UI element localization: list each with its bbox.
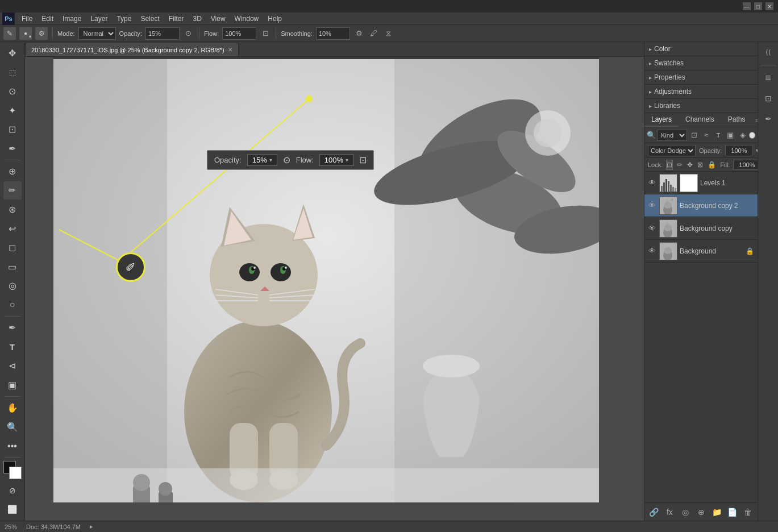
more-tools[interactable]: ••• bbox=[3, 437, 22, 455]
canvas-container[interactable]: Opacity: 15% ▾ ⊙ Flow: 100% ▾ ⊡ ✏ bbox=[53, 59, 599, 502]
history-tool[interactable]: ↩ bbox=[3, 219, 22, 238]
wand-tool[interactable]: ✦ bbox=[3, 102, 22, 120]
heal-tool[interactable]: ⊕ bbox=[3, 163, 22, 181]
right-icon-strip: ⟨⟨ ≡ ⊡ ✒ bbox=[758, 42, 778, 521]
opacity-input[interactable] bbox=[145, 27, 180, 40]
layers-kind-select[interactable]: Kind bbox=[657, 130, 687, 141]
menu-type[interactable]: Type bbox=[112, 14, 136, 24]
smart-filter-btn[interactable]: ◈ bbox=[737, 129, 748, 142]
lock-all-btn[interactable]: 🔒 bbox=[707, 160, 717, 170]
layer-item-bg[interactable]: 👁 Background 🔒 bbox=[644, 240, 758, 263]
layers-icon-btn[interactable]: ≡ bbox=[760, 70, 776, 86]
clone-tool[interactable]: ⊛ bbox=[3, 201, 22, 219]
document-tab[interactable]: 20180330_172737171_iOS.jpg @ 25% (Backgr… bbox=[25, 43, 239, 56]
new-adj-layer-btn[interactable]: ⊕ bbox=[695, 506, 708, 518]
smoothing-settings-icon[interactable]: ⚙ bbox=[353, 28, 365, 39]
flow-icon[interactable]: ⊡ bbox=[260, 28, 271, 39]
menu-window[interactable]: Window bbox=[230, 14, 264, 24]
link-layers-btn[interactable]: 🔗 bbox=[648, 506, 660, 518]
zoom-tool[interactable]: 🔍 bbox=[3, 418, 22, 436]
options-bar: ✎ ● ▾ ⚙ Mode: Normal Opacity: ⊙ Flow: ⊡ … bbox=[0, 25, 778, 42]
collapse-panels-btn[interactable]: ⟨⟨ bbox=[760, 44, 776, 60]
background-color[interactable] bbox=[9, 467, 22, 479]
lock-move-btn[interactable]: ✥ bbox=[687, 160, 693, 170]
delete-layer-btn[interactable]: 🗑 bbox=[742, 506, 754, 518]
layer-item-bgcopy2[interactable]: 👁 Background copy 2 bbox=[644, 194, 758, 217]
smoothing-input[interactable] bbox=[316, 27, 350, 40]
lasso-tool[interactable]: ⊙ bbox=[3, 82, 22, 101]
marquee-tool[interactable]: ⬚ bbox=[3, 64, 22, 82]
shape-filter-btn[interactable]: ▣ bbox=[725, 129, 736, 142]
menu-view[interactable]: View bbox=[206, 14, 230, 24]
tab-layers[interactable]: Layers bbox=[644, 113, 679, 127]
new-layer-btn[interactable]: 📄 bbox=[726, 506, 739, 518]
dodge-tool[interactable]: ○ bbox=[3, 296, 22, 314]
pressure-icon[interactable]: 🖊 bbox=[368, 28, 380, 39]
channels-icon-btn[interactable]: ⊡ bbox=[760, 90, 776, 106]
add-style-btn[interactable]: fx bbox=[664, 506, 676, 518]
canvas-area[interactable]: 20180330_172737171_iOS.jpg @ 25% (Backgr… bbox=[25, 42, 644, 521]
layers-panel: Layers Channels Paths ⇉ ☰ 🔍 Kind ⊡ ≈ bbox=[644, 113, 758, 521]
properties-panel-header[interactable]: ▸ Properties bbox=[644, 70, 758, 84]
move-tool[interactable]: ✥ bbox=[3, 44, 22, 63]
opacity-value-input[interactable] bbox=[725, 145, 752, 156]
tab-channels[interactable]: Channels bbox=[679, 113, 721, 127]
paths-icon-btn[interactable]: ✒ bbox=[760, 111, 776, 127]
brush-tool[interactable]: ✏ bbox=[3, 181, 22, 200]
layer-visibility-bgcopy2[interactable]: 👁 bbox=[647, 201, 657, 211]
blur-tool[interactable]: ◎ bbox=[3, 277, 22, 295]
new-group-btn[interactable]: 📁 bbox=[710, 506, 723, 518]
pen-tool[interactable]: ✒ bbox=[3, 319, 22, 337]
libraries-panel-header[interactable]: ▸ Libraries bbox=[644, 99, 758, 113]
adjustments-panel-header[interactable]: ▸ Adjustments bbox=[644, 85, 758, 98]
filter-toggle[interactable] bbox=[749, 132, 755, 139]
lock-artboard-btn[interactable]: ⊠ bbox=[697, 160, 704, 170]
eyedropper-tool[interactable]: ✒ bbox=[3, 140, 22, 158]
swatches-panel-header[interactable]: ▸ Swatches bbox=[644, 56, 758, 70]
tab-close-button[interactable]: ✕ bbox=[228, 47, 232, 53]
lock-checkerboard-btn[interactable]: ⊡ bbox=[666, 160, 673, 170]
layer-visibility-bgcopy[interactable]: 👁 bbox=[647, 223, 657, 234]
flow-input[interactable] bbox=[222, 27, 256, 40]
tab-paths[interactable]: Paths bbox=[721, 113, 752, 127]
maximize-button[interactable]: □ bbox=[754, 2, 762, 10]
menu-file[interactable]: File bbox=[17, 14, 37, 24]
opacity-airbrush-icon[interactable]: ⊙ bbox=[183, 28, 194, 39]
screen-mode[interactable]: ⬜ bbox=[3, 500, 22, 518]
menu-help[interactable]: Help bbox=[263, 14, 286, 24]
color-panel-header[interactable]: ▸ Color bbox=[644, 42, 758, 56]
hand-tool[interactable]: ✋ bbox=[3, 399, 22, 417]
layer-visibility-levels1[interactable]: 👁 bbox=[647, 178, 657, 188]
pixel-filter-btn[interactable]: ⊡ bbox=[688, 129, 699, 142]
menu-filter[interactable]: Filter bbox=[164, 14, 189, 24]
minimize-button[interactable]: — bbox=[743, 2, 751, 10]
shape-tool[interactable]: ▣ bbox=[3, 376, 22, 394]
mode-select[interactable]: Normal bbox=[78, 27, 116, 40]
type-filter-btn[interactable]: T bbox=[713, 129, 723, 142]
path-tool[interactable]: ⊲ bbox=[3, 357, 22, 375]
menu-image[interactable]: Image bbox=[58, 14, 86, 24]
layer-item-levels1[interactable]: 👁 bbox=[644, 172, 758, 194]
brush-preset-icon[interactable]: ● ▾ bbox=[19, 27, 32, 40]
quick-mask-mode[interactable]: ⊘ bbox=[3, 481, 22, 500]
adj-filter-btn[interactable]: ≈ bbox=[701, 129, 712, 142]
gradient-tool[interactable]: ▭ bbox=[3, 257, 22, 276]
layer-item-bgcopy[interactable]: 👁 Background copy bbox=[644, 217, 758, 240]
menu-edit[interactable]: Edit bbox=[37, 14, 58, 24]
text-tool[interactable]: T bbox=[3, 338, 22, 356]
symmetry-icon[interactable]: ⧖ bbox=[383, 28, 394, 39]
menu-select[interactable]: Select bbox=[136, 14, 164, 24]
crop-tool[interactable]: ⊡ bbox=[3, 120, 22, 139]
lock-brush-btn[interactable]: ✏ bbox=[676, 160, 683, 170]
layer-name-bgcopy2: Background copy 2 bbox=[680, 202, 755, 210]
layer-visibility-bg[interactable]: 👁 bbox=[647, 246, 657, 256]
menu-layer[interactable]: Layer bbox=[86, 14, 112, 24]
fill-value-input[interactable] bbox=[733, 160, 760, 170]
layers-list[interactable]: 👁 bbox=[644, 172, 758, 502]
close-button[interactable]: ✕ bbox=[765, 2, 773, 10]
add-mask-btn[interactable]: ◎ bbox=[679, 506, 692, 518]
eraser-tool[interactable]: ◻ bbox=[3, 239, 22, 257]
brush-settings-icon[interactable]: ⚙ bbox=[35, 27, 48, 40]
menu-3d[interactable]: 3D bbox=[188, 14, 206, 24]
blend-mode-select[interactable]: Color Dodge bbox=[648, 145, 696, 156]
